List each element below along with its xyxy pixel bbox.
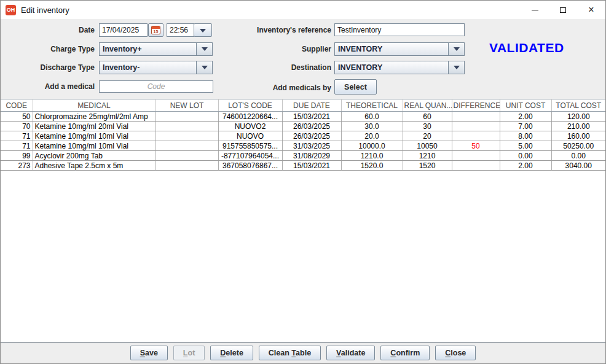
table-cell[interactable]	[155, 151, 218, 161]
add-medical-label: Add a medical	[1, 82, 95, 91]
confirm-button[interactable]: Confirm	[380, 346, 430, 360]
table-cell[interactable]	[452, 112, 500, 122]
table-cell[interactable]: 71	[1, 141, 33, 151]
table-cell[interactable]: Adhesive Tape 2.5cm x 5m	[33, 161, 155, 171]
table-cell[interactable]	[155, 161, 218, 171]
column-header-new-lot[interactable]: NEW LOT	[155, 99, 218, 112]
table-cell[interactable]: Ketamine 10mg/ml 10ml Vial	[33, 131, 155, 141]
table-cell[interactable]: NUOVO2	[218, 122, 282, 131]
table-cell[interactable]	[452, 122, 500, 131]
delete-button[interactable]: Delete	[210, 346, 253, 360]
table-cell[interactable]: Ketamine 10mg/ml 20ml Vial	[33, 122, 155, 131]
table-cell[interactable]	[452, 131, 500, 141]
table-cell[interactable]: 10000.0	[341, 141, 403, 151]
table-cell[interactable]: 1520	[403, 161, 452, 171]
table-cell[interactable]: 60.0	[341, 112, 403, 122]
table-cell[interactable]: 20	[403, 131, 452, 141]
discharge-type-label: Discharge Type	[1, 63, 95, 72]
table-cell[interactable]: 50250.00	[551, 141, 605, 151]
table-cell[interactable]: 1520.0	[341, 161, 403, 171]
table-cell[interactable]: 273	[1, 161, 33, 171]
column-header-total-cost[interactable]: TOTAL COST	[551, 99, 605, 112]
table-cell[interactable]: 10050	[403, 141, 452, 151]
table-cell[interactable]: Acyclovir 200mg Tab	[33, 151, 155, 161]
table-row[interactable]: 273Adhesive Tape 2.5cm x 5m367058076867.…	[1, 161, 605, 171]
table-cell[interactable]	[452, 161, 500, 171]
supplier-select[interactable]: INVENTORY	[334, 42, 465, 56]
select-medicals-button[interactable]: Select	[334, 79, 377, 95]
table-cell[interactable]: 1210	[403, 151, 452, 161]
table-cell[interactable]	[452, 151, 500, 161]
table-cell[interactable]: Chlorpromazine 25mg/ml/2ml Amp	[33, 112, 155, 122]
charge-type-select[interactable]: Inventory+	[99, 42, 213, 56]
table-cell[interactable]	[155, 141, 218, 151]
table-cell[interactable]: 31/03/2025	[282, 141, 341, 151]
table-cell[interactable]: Ketamine 10mg/ml 10ml Vial	[33, 141, 155, 151]
table-cell[interactable]: 160.00	[551, 131, 605, 141]
table-cell[interactable]: 0.00	[551, 151, 605, 161]
table-cell[interactable]: 26/03/2025	[282, 131, 341, 141]
destination-select[interactable]: INVENTORY	[334, 61, 465, 74]
discharge-type-select[interactable]: Inventory-	[99, 61, 213, 74]
table-cell[interactable]	[155, 122, 218, 131]
table-row[interactable]: 99Acyclovir 200mg Tab-877107964054...31/…	[1, 151, 605, 161]
table-cell[interactable]: 99	[1, 151, 33, 161]
lot-button[interactable]: Lot	[173, 346, 205, 360]
calendar-icon: 15	[151, 26, 160, 34]
close-button[interactable]: ×	[577, 1, 605, 19]
table-cell[interactable]: 50	[452, 141, 500, 151]
calendar-button[interactable]: 15	[148, 23, 163, 37]
table-cell[interactable]: 0.00	[500, 151, 551, 161]
add-medical-code-input[interactable]	[99, 80, 213, 93]
table-cell[interactable]: NUOVO	[218, 131, 282, 141]
table-cell[interactable]	[155, 112, 218, 122]
table-cell[interactable]: 30	[403, 122, 452, 131]
column-header-theoretical[interactable]: THEORETICAL	[341, 99, 403, 112]
table-cell[interactable]	[155, 131, 218, 141]
column-header-lot-s-code[interactable]: LOT'S CODE	[218, 99, 282, 112]
table-row[interactable]: 71Ketamine 10mg/ml 10ml Vial915755850575…	[1, 141, 605, 151]
column-header-unit-cost[interactable]: UNIT COST	[500, 99, 551, 112]
table-cell[interactable]: 60	[403, 112, 452, 122]
time-input[interactable]	[167, 23, 194, 37]
column-header-medical[interactable]: MEDICAL	[33, 99, 155, 112]
table-cell[interactable]: 367058076867...	[218, 161, 282, 171]
save-button[interactable]: Save	[130, 346, 168, 360]
table-cell[interactable]: 8.00	[500, 131, 551, 141]
title-bar[interactable]: OH Edit inventory ×	[1, 1, 605, 19]
table-cell[interactable]: 120.00	[551, 112, 605, 122]
table-cell[interactable]: 210.00	[551, 122, 605, 131]
table-row[interactable]: 71Ketamine 10mg/ml 10ml VialNUOVO26/03/2…	[1, 131, 605, 141]
table-cell[interactable]: 1210.0	[341, 151, 403, 161]
close-button[interactable]: Close	[435, 346, 476, 360]
minimize-button[interactable]	[521, 1, 549, 19]
validate-button[interactable]: Validate	[326, 346, 375, 360]
reference-input[interactable]	[334, 23, 465, 36]
table-cell[interactable]: 50	[1, 112, 33, 122]
table-cell[interactable]: 2.00	[500, 112, 551, 122]
table-cell[interactable]: 5.00	[500, 141, 551, 151]
table-cell[interactable]: 915755850575...	[218, 141, 282, 151]
table-cell[interactable]: 15/03/2021	[282, 161, 341, 171]
table-cell[interactable]: 20.0	[341, 131, 403, 141]
column-header-code[interactable]: CODE	[1, 99, 33, 112]
maximize-button[interactable]	[549, 1, 577, 19]
table-cell[interactable]: 31/08/2029	[282, 151, 341, 161]
table-cell[interactable]: 30.0	[341, 122, 403, 131]
table-cell[interactable]: 15/03/2021	[282, 112, 341, 122]
column-header-real-quan[interactable]: REAL QUAN...	[403, 99, 452, 112]
table-cell[interactable]: 70	[1, 122, 33, 131]
table-cell[interactable]: 71	[1, 131, 33, 141]
table-row[interactable]: 50Chlorpromazine 25mg/ml/2ml Amp74600122…	[1, 112, 605, 122]
table-cell[interactable]: 3040.00	[551, 161, 605, 171]
table-cell[interactable]: 7.00	[500, 122, 551, 131]
table-cell[interactable]: -877107964054...	[218, 151, 282, 161]
column-header-due-date[interactable]: DUE DATE	[282, 99, 341, 112]
table-cell[interactable]: 746001220664...	[218, 112, 282, 122]
table-cell[interactable]: 2.00	[500, 161, 551, 171]
column-header-difference[interactable]: DIFFERENCE	[452, 99, 500, 112]
table-cell[interactable]: 26/03/2025	[282, 122, 341, 131]
clean-table-button[interactable]: Clean Table	[259, 346, 321, 360]
table-row[interactable]: 70Ketamine 10mg/ml 20ml VialNUOVO226/03/…	[1, 122, 605, 131]
date-input[interactable]	[99, 23, 148, 37]
